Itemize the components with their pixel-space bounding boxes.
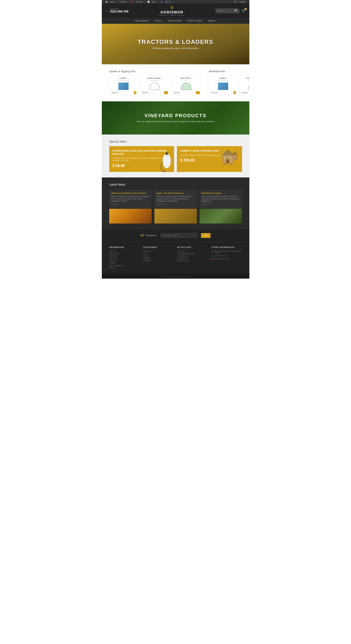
news-text-2: Beautiful Rumi Quotes Rumi, is the most … xyxy=(200,190,242,208)
footer-addresses[interactable]: My addresses xyxy=(177,258,208,259)
footer-link-stores[interactable]: Our stores xyxy=(109,258,140,259)
store-phone: 📞 0123-456-789 xyxy=(212,255,242,257)
logo-icon: ⚙ xyxy=(159,5,185,10)
news-excerpt-1: Thousands of people dream of having thei… xyxy=(157,195,195,202)
cart-btn-2[interactable]: 🛒 xyxy=(196,91,200,94)
nav-home[interactable]: Home xyxy=(110,1,115,3)
store-email: ✉ info@demostore.org xyxy=(212,258,242,260)
greenhouse-img xyxy=(149,82,160,90)
footer-cat-seeds[interactable]: Seeds xyxy=(143,255,174,257)
special-offers-section: Special offers CHAPIN 20002 2-GALLON LAW… xyxy=(102,134,249,178)
prod-name-2: Best Choice... xyxy=(173,77,200,79)
newsletter-input[interactable] xyxy=(160,233,197,238)
news-headline-0[interactable]: Believe in the Business of Your Dreams xyxy=(111,192,149,194)
footer-link-pages[interactable]: Pages configuration xyxy=(109,264,140,266)
footer-bottom: © 2016 - Ecommerce software by PrestaSho… xyxy=(102,274,249,278)
news-excerpt-2: Rumi, is the most popular Sufi poet in t… xyxy=(202,195,240,202)
newsletter-submit[interactable]: Ok xyxy=(201,233,210,238)
news-image-1 xyxy=(154,209,197,224)
cart-btn-1[interactable]: 🛒 xyxy=(164,91,168,94)
footer-link-contact[interactable]: Contact us xyxy=(109,260,140,262)
offers-row: CHAPIN 20002 2-GALLON LAWN AND GARDEN SP… xyxy=(109,146,242,172)
newsletter-left: ✉ Newsletter: xyxy=(141,233,157,238)
footer-cat-pesticides[interactable]: Pesticides xyxy=(143,258,174,259)
hero-content: TRACTORS & LOADERS Reliable equipment, p… xyxy=(138,38,213,50)
news-date-1: 15/10/2014 xyxy=(157,204,195,205)
price-input-3 xyxy=(210,91,233,94)
news-row: Believe in the Business of Your Dreams W… xyxy=(109,190,242,224)
vineyard-title: VINEYARD PRODUCTS xyxy=(137,113,214,118)
news-headline-2[interactable]: Beautiful Rumi Quotes xyxy=(202,192,240,194)
footer-returns[interactable]: My merchandise returns xyxy=(177,252,208,254)
footer-categories-title: CATEGORIES xyxy=(143,246,174,248)
products-section: Spades & digging tools 4-Gallon... APPAR… xyxy=(102,64,249,101)
svg-point-2 xyxy=(165,152,168,154)
product-card-0: 4-Gallon... APPARENT Tag ℹ xyxy=(109,76,138,96)
header-right: 🔍 🛒 0 xyxy=(215,8,246,13)
logo[interactable]: ⚙ AGRISMAR AGRICULTURAL STORE xyxy=(159,5,185,16)
footer-link-about[interactable]: About us xyxy=(109,262,140,264)
nav-signin[interactable]: Sign In xyxy=(165,1,171,3)
prod-name-4: Garden Portable... xyxy=(241,77,249,79)
footer-personal[interactable]: My personal info xyxy=(177,260,208,262)
coop-svg xyxy=(221,148,239,166)
footer-account-col: MY ACCOUNT My orders My merchandise retu… xyxy=(177,246,208,270)
footer-link-sitemap[interactable]: Sitemap xyxy=(109,250,140,252)
price-row-2: 🛒 xyxy=(173,91,200,94)
footer-link-new[interactable]: New products xyxy=(109,252,140,254)
nav-sitemap[interactable]: Sitemap xyxy=(136,1,143,3)
nav-tools[interactable]: TOOLS xyxy=(155,20,162,22)
prod-name-0: 4-Gallon... xyxy=(111,77,136,79)
footer-my-orders[interactable]: My orders xyxy=(177,250,208,252)
offer-card-2: FORMEX LARGE CHICKEN COOP Adjustable ven… xyxy=(177,146,242,172)
prod-brand-1: BRANDABULL xyxy=(141,80,168,81)
search-icon[interactable]: 🔍 xyxy=(234,9,238,12)
language-selector[interactable]: English xyxy=(240,1,246,3)
footer-link-sitemap2[interactable]: Sitemap xyxy=(109,267,140,269)
sprayer-img xyxy=(118,82,129,90)
price-row-3: ℹ xyxy=(210,91,236,94)
news-excerpt-0: What is stopping you from believing in t… xyxy=(111,195,149,202)
nav-contact[interactable]: Contact xyxy=(120,1,126,3)
footer-cat-fertilizers[interactable]: Fertilizers xyxy=(143,260,174,262)
info-btn-0[interactable]: ℹ xyxy=(134,91,136,94)
cart-container[interactable]: 🛒 0 xyxy=(242,9,246,13)
footer-credit[interactable]: My credit slips xyxy=(177,255,208,257)
footer-link-top[interactable]: Top sellers xyxy=(109,255,140,257)
nav-blog[interactable]: Blog xyxy=(152,1,156,3)
svg-line-3 xyxy=(164,171,166,172)
search-input[interactable] xyxy=(217,10,233,12)
footer-info-col: INFORMATION Sitemap New products Top sel… xyxy=(109,246,140,270)
prod-img-0 xyxy=(118,82,129,90)
footer-cat-tools[interactable]: Tools xyxy=(143,252,174,254)
signin-icon: 👤 xyxy=(161,1,163,3)
info-btn-3[interactable]: ℹ xyxy=(233,91,236,94)
news-text-1: Impact - The Heart of Business Thousands… xyxy=(154,190,197,208)
phone-icon: 📞 xyxy=(106,9,109,12)
cart-badge: 0 xyxy=(245,8,247,10)
store-phone-text: 0123-456-789 xyxy=(215,255,225,257)
price-row-1: 🛒 xyxy=(141,91,168,94)
nav-pesticides[interactable]: PESTICIDES xyxy=(168,20,182,22)
special-offers-title: Special offers xyxy=(109,140,242,143)
nav-seeds[interactable]: SEEDS xyxy=(208,20,216,22)
news-image-0 xyxy=(109,209,152,224)
product-card-4: Garden Portable... BRANDABULL ℹ xyxy=(239,76,249,96)
top-bar-options: USD English xyxy=(233,1,246,3)
currency-selector[interactable]: USD xyxy=(233,1,237,3)
footer-store-title: STORE INFORMATION xyxy=(212,246,242,248)
nav-fertilizers[interactable]: FERTILIZERS xyxy=(187,20,202,22)
sprayer-img-3 xyxy=(218,82,228,90)
price-row-0: ℹ xyxy=(111,91,136,94)
news-headline-1[interactable]: Impact - The Heart of Business xyxy=(157,192,195,194)
sitemap-icon: 📍 xyxy=(131,1,134,3)
footer-cat-equipment[interactable]: Equipment xyxy=(143,250,174,252)
nav-equipment[interactable]: EQUIPMENT xyxy=(135,20,149,22)
svg-marker-8 xyxy=(232,151,237,154)
footer-account-title: MY ACCOUNT xyxy=(177,246,208,248)
main-nav: EQUIPMENT TOOLS PESTICIDES FERTILIZERS S… xyxy=(102,18,249,24)
prod-img-4 xyxy=(248,82,249,90)
prod-brand-2: CLK xyxy=(173,80,200,81)
prod-img-2 xyxy=(181,82,192,90)
newsletter-section: ✉ Newsletter: Ok xyxy=(102,229,249,242)
